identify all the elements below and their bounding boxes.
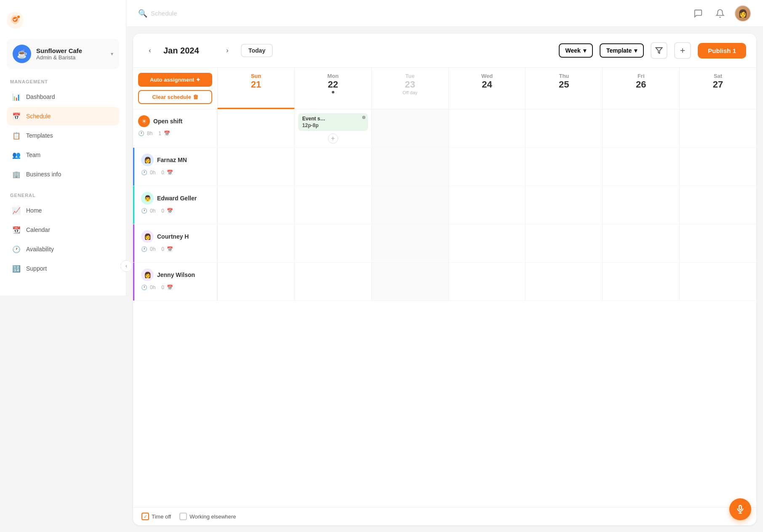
schedule-toolbar: ‹ Jan 2024 › Today Week ▾ Template ▾ Pub… (133, 34, 756, 68)
svg-point-2 (17, 16, 20, 18)
jenny-wed[interactable] (448, 263, 526, 301)
topbar-icons: 👩 (691, 5, 751, 22)
template-label: Template (606, 47, 632, 54)
edward-sun[interactable] (217, 186, 294, 224)
jenny-meta: 🕐 0h 0 📅 (141, 285, 212, 290)
jenny-thu[interactable] (525, 263, 602, 301)
chat-icon-button[interactable] (691, 6, 706, 21)
farnaz-sun[interactable] (217, 148, 294, 186)
open-shift-tue[interactable] (371, 109, 448, 147)
courtney-fri[interactable] (602, 224, 679, 262)
sidebar-item-calendar[interactable]: 📆 Calendar (7, 221, 119, 239)
edward-name: Edward Geller (157, 195, 197, 202)
fab-button[interactable] (729, 498, 751, 520)
sidebar-item-support[interactable]: 🔢 Support (7, 259, 119, 278)
courtney-sat[interactable] (679, 224, 756, 262)
sidebar-item-home[interactable]: 📈 Home (7, 201, 119, 220)
courtney-wed[interactable] (448, 224, 526, 262)
courtney-sun[interactable] (217, 224, 294, 262)
farnaz-name: Farnaz MN (157, 157, 187, 163)
farnaz-meta: 🕐 0h 0 📅 (141, 170, 212, 176)
user-avatar[interactable]: 👩 (734, 5, 751, 22)
day-number-wed: 24 (452, 79, 522, 90)
jenny-sun[interactable] (217, 263, 294, 301)
courtney-tue[interactable] (371, 224, 448, 262)
sidebar-item-templates[interactable]: 📋 Templates (7, 126, 119, 145)
open-shift-mon[interactable]: Event s… 12p-8p + (294, 109, 371, 147)
next-week-button[interactable]: › (221, 44, 234, 57)
month-title: Jan 2024 (163, 46, 214, 56)
cafe-profile[interactable]: ☕ Sunflower Cafe Admin & Barista ▾ (7, 39, 119, 69)
jenny-name: Jenny Wilson (157, 271, 195, 278)
edward-hours: 0h (150, 208, 155, 214)
search-placeholder: Schedule (151, 10, 177, 17)
main-area: 🔍 Schedule 👩 ‹ Jan 2024 › Today Week (126, 0, 763, 532)
sidebar-item-label: Business info (26, 171, 61, 178)
edward-wed[interactable] (448, 186, 526, 224)
sidebar-item-team[interactable]: 👥 Team (7, 146, 119, 164)
farnaz-mon[interactable] (294, 148, 371, 186)
home-icon: 📈 (12, 206, 21, 215)
working-elsewhere-checkbox[interactable] (179, 513, 187, 520)
filter-icon-button[interactable] (651, 42, 667, 59)
farnaz-sat[interactable] (679, 148, 756, 186)
open-shift-meta: 🕐 8h 1 📅 (138, 130, 212, 136)
jenny-fri[interactable] (602, 263, 679, 301)
day-header-sun: Sun 21 (217, 68, 294, 109)
clear-schedule-button[interactable]: Clear schedule 🗑 (138, 90, 212, 104)
edward-thu[interactable] (525, 186, 602, 224)
open-shift-thu[interactable] (525, 109, 602, 147)
jenny-tue[interactable] (371, 263, 448, 301)
notification-icon-button[interactable] (712, 6, 728, 21)
open-shift-hours: 8h (147, 130, 152, 136)
schedule-actions: Auto assignment ✦ Clear schedule 🗑 (133, 68, 217, 109)
template-button[interactable]: Template ▾ (600, 43, 644, 58)
today-button[interactable]: Today (241, 44, 273, 57)
shift-card-mon[interactable]: Event s… 12p-8p (298, 113, 368, 131)
sidebar-item-dashboard[interactable]: 📊 Dashboard (7, 88, 119, 106)
edward-tue[interactable] (371, 186, 448, 224)
working-elsewhere-label: Working elsewhere (189, 513, 236, 520)
time-off-checkbox[interactable]: ✓ (141, 513, 149, 520)
farnaz-tue[interactable] (371, 148, 448, 186)
availability-icon: 🕐 (12, 245, 21, 254)
farnaz-wed[interactable] (448, 148, 526, 186)
jenny-mon[interactable] (294, 263, 371, 301)
farnaz-avatar: 👩 (141, 154, 154, 166)
open-shift-icon: ☀ (138, 115, 150, 127)
prev-week-button[interactable]: ‹ (143, 44, 157, 57)
edward-mon[interactable] (294, 186, 371, 224)
sidebar-item-schedule[interactable]: 📅 Schedule (7, 107, 119, 125)
day-off-tue: Off day (375, 90, 445, 95)
auto-assignment-button[interactable]: Auto assignment ✦ (138, 73, 212, 87)
courtney-name: Courtney H (157, 233, 189, 240)
day-name-wed: Wed (452, 73, 522, 79)
open-shift-wed[interactable] (448, 109, 526, 147)
sidebar-item-label: Templates (26, 132, 53, 139)
clock-icon: 🕐 (141, 246, 147, 252)
settings-icon-button[interactable] (674, 42, 691, 59)
edward-fri[interactable] (602, 186, 679, 224)
open-shift-fri[interactable] (602, 109, 679, 147)
calendar-icon: 📅 (164, 130, 170, 136)
publish-button[interactable]: Publish 1 (698, 43, 746, 59)
courtney-hours: 0h (150, 246, 155, 252)
day-name-mon: Mon (298, 73, 368, 79)
open-shift-sun[interactable] (217, 109, 294, 147)
week-selector-button[interactable]: Week ▾ (559, 43, 593, 58)
farnaz-thu[interactable] (525, 148, 602, 186)
add-shift-button-mon[interactable]: + (328, 133, 338, 144)
sidebar-item-label: Team (26, 152, 40, 158)
app-logo (7, 12, 24, 29)
collapse-sidebar-button[interactable]: ‹ (120, 260, 132, 272)
open-shift-sat[interactable] (679, 109, 756, 147)
courtney-thu[interactable] (525, 224, 602, 262)
courtney-mon[interactable] (294, 224, 371, 262)
general-nav: GENERAL 📈 Home 📆 Calendar 🕐 Availability… (7, 193, 119, 279)
farnaz-fri[interactable] (602, 148, 679, 186)
jenny-sat[interactable] (679, 263, 756, 301)
sidebar-item-availability[interactable]: 🕐 Availability (7, 240, 119, 258)
edward-sat[interactable] (679, 186, 756, 224)
chevron-down-icon: ▾ (583, 47, 586, 54)
sidebar-item-business[interactable]: 🏢 Business info (7, 165, 119, 184)
